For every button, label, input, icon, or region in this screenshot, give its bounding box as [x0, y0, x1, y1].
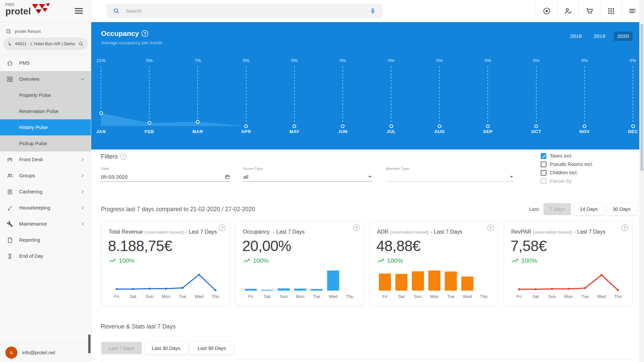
sidebar-item-pickup-pulse[interactable]: Pickup Pulse: [0, 135, 91, 152]
month-data-point[interactable]: [534, 124, 538, 128]
range-button-30-days[interactable]: 30 Days: [607, 203, 637, 215]
trending-up-icon: [109, 257, 116, 264]
range-button-last-7-days[interactable]: Last 7 Days: [101, 342, 142, 354]
filter-checkbox-row[interactable]: Children incl.: [541, 170, 593, 176]
day-label: Fri: [377, 294, 393, 299]
month-value-label: 0%: [526, 58, 546, 63]
month-data-point[interactable]: [438, 124, 441, 128]
year-2019[interactable]: 2019: [590, 32, 609, 41]
help-icon[interactable]: [142, 30, 148, 37]
month-data-point[interactable]: [583, 124, 586, 128]
card-value: 7,58€: [511, 238, 547, 254]
month-data-point[interactable]: [341, 124, 344, 128]
sidebar-item-maintenance[interactable]: Maintenance: [0, 216, 91, 232]
cart-button[interactable]: [579, 0, 600, 22]
member-type-label: Member Type: [386, 167, 514, 171]
cashiering-icon: [6, 188, 13, 195]
next-card-top-edge: [101, 359, 633, 362]
resort-row[interactable]: protel Resort: [5, 28, 41, 34]
sidebar-item-reporting[interactable]: Reporting: [0, 232, 91, 248]
property-selector[interactable]: 44521 - L´Hotel Bon AIR | Demo: [3, 38, 88, 50]
filter-checkbox-row[interactable]: Passer-by: [541, 178, 593, 184]
mic-icon[interactable]: [369, 7, 376, 14]
member-type-field[interactable]: Member Type: [386, 167, 514, 182]
checkbox-passer-by[interactable]: [541, 178, 546, 184]
month-data-point[interactable]: [99, 111, 103, 115]
sidebar-item-overview[interactable]: Overview: [0, 71, 91, 87]
sidebar-item-cashiering[interactable]: Cashiering: [0, 184, 91, 200]
help-icon[interactable]: [120, 153, 127, 160]
range-button-14-days[interactable]: 14 Days: [574, 203, 604, 215]
filters-title: Filters: [101, 153, 127, 160]
card-mini-chart: [108, 268, 224, 292]
day-label: Mon: [158, 294, 174, 299]
help-icon[interactable]: [487, 224, 494, 231]
month-data-point[interactable]: [148, 121, 151, 125]
user-email: info@protel.net: [22, 350, 55, 355]
month-label: MAR: [184, 129, 211, 134]
day-label: Mon: [426, 294, 442, 299]
sidebar-item-housekeeping[interactable]: Housekeeping: [0, 200, 91, 216]
day-label: Thu: [610, 294, 626, 299]
month-data-point[interactable]: [244, 124, 248, 128]
year-2020[interactable]: 2020: [614, 32, 633, 41]
date-field-value[interactable]: 05-03-2020: [101, 174, 224, 180]
day-label: Sat: [125, 294, 141, 299]
checkbox-taxes-incl[interactable]: [541, 153, 546, 159]
sidebar-item-end-of-day[interactable]: End of Day: [0, 248, 91, 264]
day-label: Sun: [410, 294, 426, 299]
user-check-button[interactable]: [557, 0, 579, 22]
day-label: Thu: [207, 294, 224, 299]
user-check-icon: [564, 7, 573, 15]
sidebar-nav: PMS Overview Property Pulse Reservation …: [0, 55, 91, 264]
hamburger-menu-icon[interactable]: [75, 8, 83, 15]
card-mini-chart: [511, 268, 626, 292]
sidebar-item-reservation-pulse[interactable]: Reservation Pulse: [0, 103, 91, 119]
help-icon[interactable]: [353, 224, 360, 231]
chevron-down-icon[interactable]: [368, 176, 372, 178]
month-dash-line: [197, 67, 198, 119]
apps-grid-button[interactable]: [600, 0, 622, 22]
user-avatar[interactable]: s: [5, 347, 17, 359]
help-icon[interactable]: [621, 224, 628, 231]
card-value: 48,88€: [376, 238, 421, 254]
day-label: Tue: [577, 294, 593, 299]
record-button[interactable]: [536, 0, 557, 22]
year-2018[interactable]: 2018: [567, 32, 585, 41]
month-value-label: 0%: [284, 58, 305, 63]
sidebar-item-pms[interactable]: PMS: [0, 55, 91, 71]
year-selector: 2018 2019 2020: [567, 32, 633, 41]
room-type-field[interactable]: Room Type all: [243, 167, 372, 182]
month-data-point[interactable]: [196, 120, 200, 124]
month-data-point[interactable]: [389, 124, 393, 128]
page-scrollbar-thumb[interactable]: [640, 23, 643, 171]
checkbox-children-incl[interactable]: [541, 170, 546, 176]
month-data-point[interactable]: [292, 124, 296, 128]
card-value: 20,00%: [242, 238, 291, 254]
month-data-point[interactable]: [486, 124, 490, 128]
sidebar-item-property-pulse[interactable]: Property Pulse: [0, 87, 91, 103]
monthly-area-fill: [101, 58, 633, 130]
calendar-icon[interactable]: [224, 174, 230, 180]
help-icon[interactable]: [219, 224, 226, 231]
filter-checkbox-row[interactable]: Taxes incl.: [541, 153, 593, 159]
card-trend: 100%: [377, 257, 403, 264]
search-icon[interactable]: [78, 41, 84, 47]
sidebar-item-front-desk[interactable]: Front Desk: [0, 152, 91, 168]
sidebar-item-history-pulse[interactable]: History Pulse: [0, 119, 91, 135]
chevron-down-icon[interactable]: [510, 176, 513, 178]
month-data-point[interactable]: [631, 124, 635, 128]
checkbox-pseudo-rooms-incl[interactable]: [541, 162, 546, 167]
card-chart-days: FriSatSunMonTueWedThu: [243, 294, 358, 299]
page-scrollbar-track[interactable]: [639, 0, 644, 362]
room-type-value[interactable]: all: [243, 174, 368, 180]
search-input[interactable]: [125, 8, 364, 14]
sidebar-scrollbar-thumb[interactable]: [88, 335, 91, 353]
date-field[interactable]: Date 05-03-2020: [101, 167, 230, 182]
range-button-last-30-days[interactable]: Last 30 Days: [145, 342, 188, 354]
filter-checkbox-row[interactable]: Pseudo Rooms incl.: [541, 161, 593, 167]
sidebar-item-groups[interactable]: Groups: [0, 168, 91, 184]
range-button-last-90-days[interactable]: Last 90 Days: [190, 342, 233, 354]
day-label: Sun: [544, 294, 560, 299]
range-button-7-days[interactable]: 7 Days: [543, 203, 571, 215]
